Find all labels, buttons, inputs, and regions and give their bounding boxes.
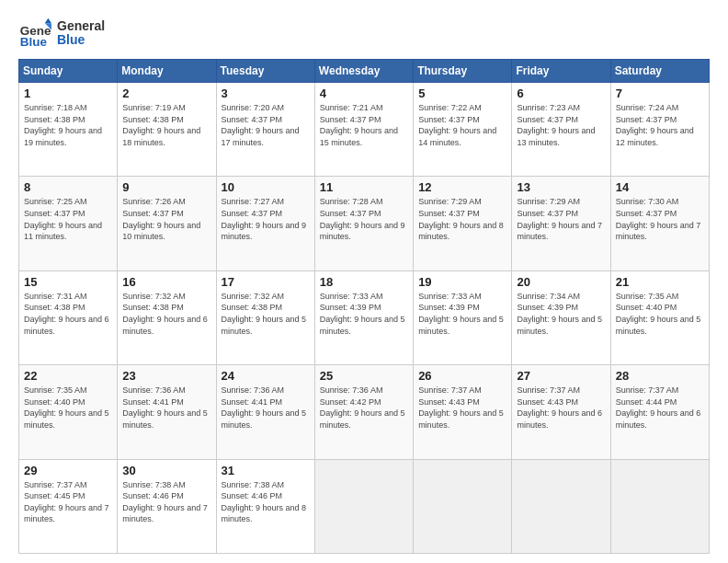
day-number: 11 <box>320 180 408 194</box>
table-row: 18Sunrise: 7:33 AMSunset: 4:39 PMDayligh… <box>314 270 413 364</box>
day-number: 29 <box>24 464 112 477</box>
table-row <box>610 459 709 553</box>
day-number: 1 <box>24 86 112 100</box>
day-info: Sunrise: 7:33 AMSunset: 4:39 PMDaylight:… <box>320 291 408 337</box>
day-number: 28 <box>616 369 704 383</box>
day-number: 4 <box>320 86 408 100</box>
day-info: Sunrise: 7:26 AMSunset: 4:37 PMDaylight:… <box>122 196 210 242</box>
calendar-week-row: 22Sunrise: 7:35 AMSunset: 4:40 PMDayligh… <box>19 365 710 459</box>
calendar-header-row: Sunday Monday Tuesday Wednesday Thursday… <box>19 60 710 83</box>
header: General Blue General Blue <box>18 17 710 50</box>
calendar-week-row: 1Sunrise: 7:18 AMSunset: 4:38 PMDaylight… <box>19 83 710 177</box>
logo-icon: General Blue <box>18 17 51 50</box>
day-number: 21 <box>616 275 704 289</box>
col-sunday: Sunday <box>19 60 118 83</box>
day-number: 9 <box>122 180 210 194</box>
day-info: Sunrise: 7:23 AMSunset: 4:37 PMDaylight:… <box>517 102 605 148</box>
day-number: 15 <box>24 275 112 289</box>
table-row: 28Sunrise: 7:37 AMSunset: 4:44 PMDayligh… <box>610 365 709 459</box>
table-row: 2Sunrise: 7:19 AMSunset: 4:38 PMDaylight… <box>118 83 216 177</box>
day-info: Sunrise: 7:31 AMSunset: 4:38 PMDaylight:… <box>24 291 112 337</box>
day-number: 17 <box>222 275 310 289</box>
table-row: 22Sunrise: 7:35 AMSunset: 4:40 PMDayligh… <box>19 365 118 459</box>
day-info: Sunrise: 7:28 AMSunset: 4:37 PMDaylight:… <box>320 196 408 242</box>
day-info: Sunrise: 7:30 AMSunset: 4:37 PMDaylight:… <box>616 196 704 242</box>
day-number: 14 <box>616 180 704 194</box>
table-row: 8Sunrise: 7:25 AMSunset: 4:37 PMDaylight… <box>19 177 118 270</box>
col-saturday: Saturday <box>610 60 709 83</box>
table-row: 17Sunrise: 7:32 AMSunset: 4:38 PMDayligh… <box>216 270 314 364</box>
table-row: 31Sunrise: 7:38 AMSunset: 4:46 PMDayligh… <box>216 459 314 553</box>
day-number: 3 <box>222 86 310 100</box>
calendar-week-row: 8Sunrise: 7:25 AMSunset: 4:37 PMDaylight… <box>19 177 710 270</box>
day-number: 26 <box>418 369 506 383</box>
day-number: 10 <box>222 180 310 194</box>
day-info: Sunrise: 7:33 AMSunset: 4:39 PMDaylight:… <box>418 291 506 337</box>
table-row: 23Sunrise: 7:36 AMSunset: 4:41 PMDayligh… <box>118 365 216 459</box>
day-number: 20 <box>517 275 605 289</box>
day-number: 7 <box>616 86 704 100</box>
day-info: Sunrise: 7:36 AMSunset: 4:41 PMDaylight:… <box>222 385 310 431</box>
day-number: 27 <box>517 369 605 383</box>
logo-blue: Blue <box>57 33 105 47</box>
table-row: 26Sunrise: 7:37 AMSunset: 4:43 PMDayligh… <box>414 365 512 459</box>
day-info: Sunrise: 7:18 AMSunset: 4:38 PMDaylight:… <box>24 102 112 148</box>
table-row: 30Sunrise: 7:38 AMSunset: 4:46 PMDayligh… <box>118 459 216 553</box>
day-info: Sunrise: 7:37 AMSunset: 4:44 PMDaylight:… <box>616 385 704 431</box>
table-row: 25Sunrise: 7:36 AMSunset: 4:42 PMDayligh… <box>314 365 413 459</box>
day-info: Sunrise: 7:19 AMSunset: 4:38 PMDaylight:… <box>122 102 210 148</box>
day-info: Sunrise: 7:35 AMSunset: 4:40 PMDaylight:… <box>24 385 112 431</box>
day-info: Sunrise: 7:37 AMSunset: 4:43 PMDaylight:… <box>418 385 506 431</box>
table-row: 6Sunrise: 7:23 AMSunset: 4:37 PMDaylight… <box>512 83 610 177</box>
day-number: 16 <box>122 275 210 289</box>
table-row: 24Sunrise: 7:36 AMSunset: 4:41 PMDayligh… <box>216 365 314 459</box>
day-info: Sunrise: 7:20 AMSunset: 4:37 PMDaylight:… <box>222 102 310 148</box>
table-row <box>512 459 610 553</box>
table-row: 10Sunrise: 7:27 AMSunset: 4:37 PMDayligh… <box>216 177 314 270</box>
day-number: 13 <box>517 180 605 194</box>
day-number: 5 <box>418 86 506 100</box>
day-number: 25 <box>320 369 408 383</box>
day-info: Sunrise: 7:27 AMSunset: 4:37 PMDaylight:… <box>222 196 310 242</box>
table-row: 14Sunrise: 7:30 AMSunset: 4:37 PMDayligh… <box>610 177 709 270</box>
day-info: Sunrise: 7:25 AMSunset: 4:37 PMDaylight:… <box>24 196 112 242</box>
logo-general: General <box>57 19 105 33</box>
day-number: 8 <box>24 180 112 194</box>
day-info: Sunrise: 7:29 AMSunset: 4:37 PMDaylight:… <box>418 196 506 242</box>
day-number: 19 <box>418 275 506 289</box>
day-info: Sunrise: 7:29 AMSunset: 4:37 PMDaylight:… <box>517 196 605 242</box>
day-info: Sunrise: 7:34 AMSunset: 4:39 PMDaylight:… <box>517 291 605 337</box>
day-info: Sunrise: 7:37 AMSunset: 4:43 PMDaylight:… <box>517 385 605 431</box>
col-tuesday: Tuesday <box>216 60 314 83</box>
day-number: 22 <box>24 369 112 383</box>
table-row: 11Sunrise: 7:28 AMSunset: 4:37 PMDayligh… <box>314 177 413 270</box>
calendar-week-row: 29Sunrise: 7:37 AMSunset: 4:45 PMDayligh… <box>19 459 710 553</box>
table-row: 16Sunrise: 7:32 AMSunset: 4:38 PMDayligh… <box>118 270 216 364</box>
day-number: 18 <box>320 275 408 289</box>
col-friday: Friday <box>512 60 610 83</box>
day-info: Sunrise: 7:36 AMSunset: 4:42 PMDaylight:… <box>320 385 408 431</box>
day-number: 31 <box>222 464 310 477</box>
table-row: 7Sunrise: 7:24 AMSunset: 4:37 PMDaylight… <box>610 83 709 177</box>
table-row: 3Sunrise: 7:20 AMSunset: 4:37 PMDaylight… <box>216 83 314 177</box>
svg-text:Blue: Blue <box>20 35 48 49</box>
day-info: Sunrise: 7:32 AMSunset: 4:38 PMDaylight:… <box>122 291 210 337</box>
table-row: 21Sunrise: 7:35 AMSunset: 4:40 PMDayligh… <box>610 270 709 364</box>
day-info: Sunrise: 7:35 AMSunset: 4:40 PMDaylight:… <box>616 291 704 337</box>
table-row: 29Sunrise: 7:37 AMSunset: 4:45 PMDayligh… <box>19 459 118 553</box>
calendar-table: Sunday Monday Tuesday Wednesday Thursday… <box>18 59 710 554</box>
day-info: Sunrise: 7:38 AMSunset: 4:46 PMDaylight:… <box>122 479 210 525</box>
table-row: 12Sunrise: 7:29 AMSunset: 4:37 PMDayligh… <box>414 177 512 270</box>
day-info: Sunrise: 7:36 AMSunset: 4:41 PMDaylight:… <box>122 385 210 431</box>
day-number: 2 <box>122 86 210 100</box>
day-number: 6 <box>517 86 605 100</box>
table-row: 4Sunrise: 7:21 AMSunset: 4:37 PMDaylight… <box>314 83 413 177</box>
day-number: 30 <box>122 464 210 477</box>
table-row: 13Sunrise: 7:29 AMSunset: 4:37 PMDayligh… <box>512 177 610 270</box>
day-info: Sunrise: 7:37 AMSunset: 4:45 PMDaylight:… <box>24 479 112 525</box>
logo: General Blue General Blue <box>18 17 105 50</box>
day-info: Sunrise: 7:24 AMSunset: 4:37 PMDaylight:… <box>616 102 704 148</box>
calendar-week-row: 15Sunrise: 7:31 AMSunset: 4:38 PMDayligh… <box>19 270 710 364</box>
day-info: Sunrise: 7:22 AMSunset: 4:37 PMDaylight:… <box>418 102 506 148</box>
table-row: 19Sunrise: 7:33 AMSunset: 4:39 PMDayligh… <box>414 270 512 364</box>
